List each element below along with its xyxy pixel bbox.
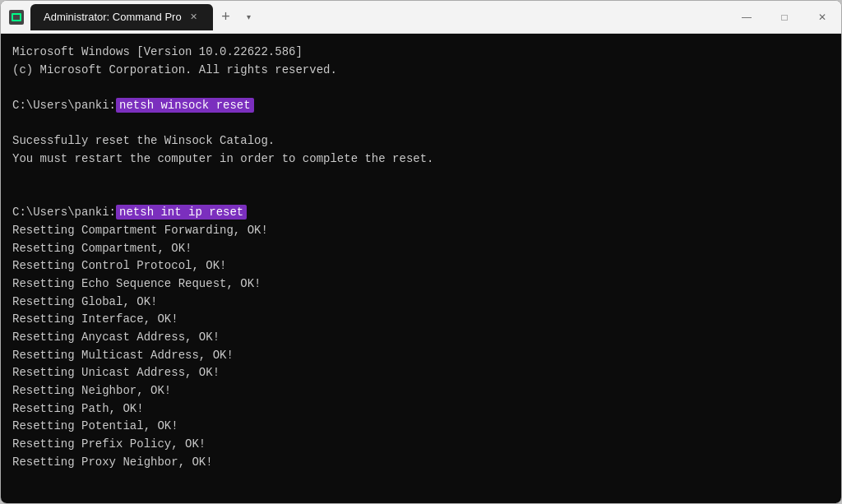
terminal-command-line: C:\Users\panki:netsh int ip reset <box>12 204 830 222</box>
terminal-text-line: Resetting Global, OK! <box>12 294 830 312</box>
terminal-command-highlight: netsh int ip reset <box>116 205 247 220</box>
terminal-text-line: Resetting Proxy Neighbor, OK! <box>12 454 830 472</box>
terminal-text-line: Resetting Compartment Forwarding, OK! <box>12 222 830 240</box>
terminal-text-line: Resetting Unicast Address, OK! <box>12 364 830 382</box>
tab-container: Administrator: Command Pro ✕ + ▾ <box>30 4 259 30</box>
terminal-text-line: Resetting Neighbor, OK! <box>12 382 830 400</box>
titlebar-left: Administrator: Command Pro ✕ + ▾ <box>9 4 728 30</box>
new-tab-button[interactable]: + <box>213 4 239 30</box>
terminal-text-line: Resetting Control Protocol, OK! <box>12 257 830 275</box>
app-icon-inner <box>12 13 21 21</box>
terminal-text-line: Resetting Interface, OK! <box>12 311 830 329</box>
app-icon <box>9 10 24 25</box>
terminal-command-highlight: netsh winsock reset <box>116 98 254 113</box>
window-controls: — □ ✕ <box>728 1 841 34</box>
terminal-text-line: Resetting Anycast Address, OK! <box>12 329 830 347</box>
terminal-text-line: Resetting Path, OK! <box>12 400 830 418</box>
maximize-button[interactable]: □ <box>766 1 803 34</box>
terminal-text-line: Resetting Potential, OK! <box>12 418 830 436</box>
active-tab[interactable]: Administrator: Command Pro ✕ <box>30 4 213 30</box>
tab-close-button[interactable]: ✕ <box>188 12 200 23</box>
close-button[interactable]: ✕ <box>803 1 841 34</box>
terminal-empty-line <box>12 115 830 133</box>
terminal-text-line: You must restart the computer in order t… <box>12 150 830 169</box>
terminal-text-line: Microsoft Windows [Version 10.0.22622.58… <box>12 44 830 62</box>
minimize-button[interactable]: — <box>728 1 766 34</box>
tab-dropdown-button[interactable]: ▾ <box>239 4 259 30</box>
terminal-command-line: C:\Users\panki:netsh winsock reset <box>12 97 830 115</box>
tab-label: Administrator: Command Pro <box>44 11 182 23</box>
terminal-empty-line <box>12 169 830 187</box>
terminal-text-line: Resetting Multicast Address, OK! <box>12 347 830 365</box>
terminal-text-line: (c) Microsoft Corporation. All rights re… <box>12 62 830 80</box>
terminal-prompt: C:\Users\panki: <box>12 206 116 219</box>
terminal-prompt: C:\Users\panki: <box>12 99 116 112</box>
terminal-text-line: Resetting Prefix Policy, OK! <box>12 436 830 454</box>
terminal-text-line: Resetting Compartment, OK! <box>12 240 830 258</box>
main-window: Administrator: Command Pro ✕ + ▾ — □ ✕ M… <box>0 0 842 504</box>
terminal-empty-line <box>12 187 830 205</box>
terminal-empty-line <box>12 79 830 97</box>
terminal-text-line: Sucessfully reset the Winsock Catalog. <box>12 132 830 150</box>
titlebar: Administrator: Command Pro ✕ + ▾ — □ ✕ <box>1 1 841 34</box>
terminal-text-line: Resetting Echo Sequence Request, OK! <box>12 275 830 294</box>
terminal-body[interactable]: Microsoft Windows [Version 10.0.22622.58… <box>1 34 841 503</box>
